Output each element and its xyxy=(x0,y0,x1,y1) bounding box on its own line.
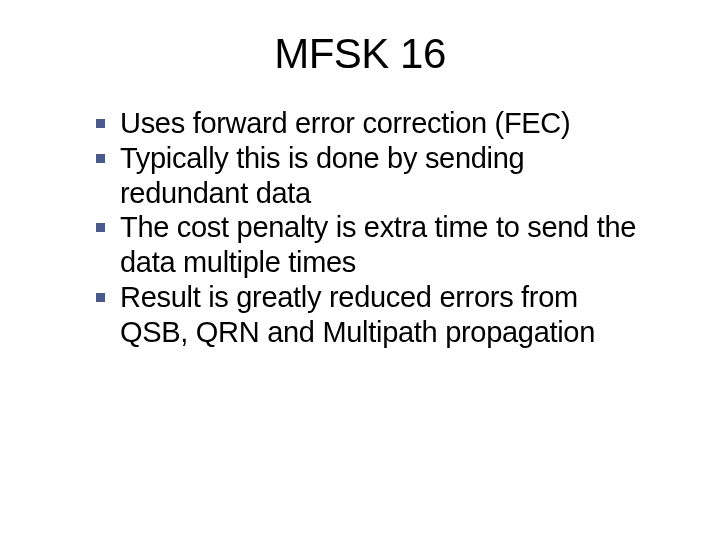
list-item: The cost penalty is extra time to send t… xyxy=(120,210,640,280)
bullet-icon xyxy=(96,293,105,302)
bullet-text: Typically this is done by sending redund… xyxy=(120,142,524,209)
bullet-icon xyxy=(96,154,105,163)
slide: MFSK 16 Uses forward error correction (F… xyxy=(0,0,720,540)
list-item: Typically this is done by sending redund… xyxy=(120,141,640,211)
bullet-icon xyxy=(96,119,105,128)
slide-title: MFSK 16 xyxy=(50,30,670,78)
bullet-text: Result is greatly reduced errors from QS… xyxy=(120,281,595,348)
bullet-icon xyxy=(96,223,105,232)
bullet-list: Uses forward error correction (FEC) Typi… xyxy=(50,106,670,350)
list-item: Uses forward error correction (FEC) xyxy=(120,106,640,141)
list-item: Result is greatly reduced errors from QS… xyxy=(120,280,640,350)
bullet-text: The cost penalty is extra time to send t… xyxy=(120,211,636,278)
bullet-text: Uses forward error correction (FEC) xyxy=(120,107,570,139)
